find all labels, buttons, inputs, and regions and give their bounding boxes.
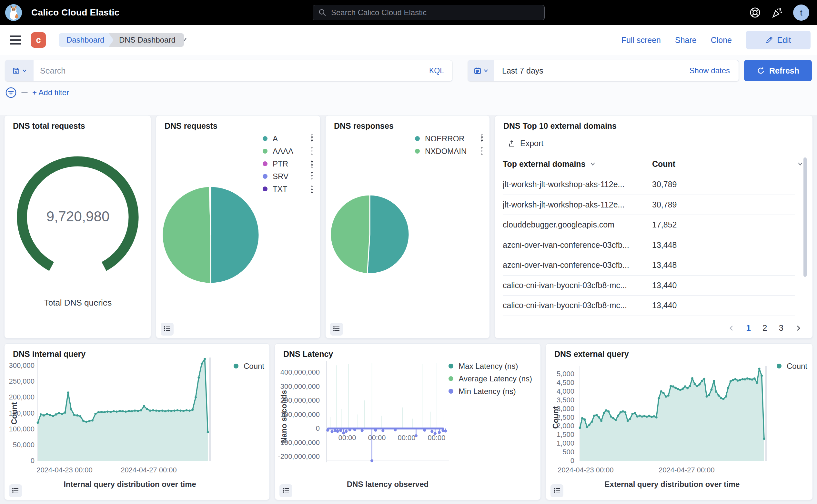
table-row[interactable]: jlt-worksh-jlt-workshop-aks-112e...30,78… xyxy=(503,175,795,195)
list-icon xyxy=(282,487,290,495)
user-avatar[interactable]: t xyxy=(793,5,809,21)
next-page-icon[interactable] xyxy=(795,325,802,331)
legend-item-txt[interactable]: TXT xyxy=(263,183,314,195)
help-icon[interactable] xyxy=(749,7,761,18)
add-filter-button[interactable]: + Add filter xyxy=(32,88,69,97)
legend-actions-kebab-icon[interactable] xyxy=(310,160,314,168)
legend-label: PTR xyxy=(273,159,304,168)
legend-actions-kebab-icon[interactable] xyxy=(310,135,314,143)
calico-cat-logo-icon xyxy=(5,4,22,21)
page-number-1[interactable]: 1 xyxy=(746,323,751,333)
y-axis-tick: -200,000,000 xyxy=(275,452,320,461)
menu-hamburger-icon[interactable] xyxy=(10,33,24,47)
chevron-down-icon xyxy=(484,68,488,73)
time-range-value[interactable]: Last 7 days xyxy=(494,66,690,76)
legend-label: AAAA xyxy=(273,147,304,156)
legend-item-noerror[interactable]: NOERROR xyxy=(415,132,484,145)
share-button[interactable]: Share xyxy=(675,35,697,45)
x-axis-title: DNS latency observed xyxy=(255,480,520,489)
count-cell: 13,440 xyxy=(652,301,795,310)
kql-language-button[interactable]: KQL xyxy=(421,66,452,75)
legend-label: Min Latency (ns) xyxy=(459,387,532,396)
page-number-2[interactable]: 2 xyxy=(762,323,767,333)
legend-item-min-latency-ns-[interactable]: Min Latency (ns) xyxy=(449,385,532,398)
legend-actions-kebab-icon[interactable] xyxy=(310,172,314,181)
chevron-down-icon xyxy=(590,161,595,166)
panel-dns-top-10-external-domains: DNS Top 10 external domains Export Top e… xyxy=(495,115,813,338)
column-header-count[interactable]: Count xyxy=(652,159,803,169)
legend-item-aaaa[interactable]: AAAA xyxy=(263,145,314,157)
legend-dot-icon xyxy=(234,364,238,368)
edit-button[interactable]: Edit xyxy=(746,31,811,49)
domain-cell: calico-cni-ivan-byocni-03cfb8-mc... xyxy=(503,301,652,310)
previous-page-icon[interactable] xyxy=(728,325,735,331)
domain-cell: jlt-worksh-jlt-workshop-aks-112e... xyxy=(503,200,652,209)
table-pagination: 123 xyxy=(728,323,802,333)
app-title: Calico Cloud Elastic xyxy=(31,0,119,25)
export-button[interactable]: Export xyxy=(508,139,543,148)
legend-dot-icon xyxy=(449,389,453,394)
panel-legend-toggle-button[interactable] xyxy=(9,484,22,497)
y-axis-tick: 4,500 xyxy=(546,378,574,387)
clone-button[interactable]: Clone xyxy=(711,35,732,45)
domain-cell: azcni-over-ivan-conference-03cfb... xyxy=(503,260,652,270)
panel-legend-toggle-button[interactable] xyxy=(161,323,174,336)
legend-dot-icon xyxy=(263,136,267,141)
column-header-domains[interactable]: Top external domains xyxy=(503,159,652,169)
legend-item-count[interactable]: Count xyxy=(777,360,807,372)
table-scrollbar[interactable] xyxy=(803,157,807,277)
list-icon xyxy=(12,487,19,495)
table-row[interactable]: azcni-over-ivan-conference-03cfb...13,44… xyxy=(503,235,795,256)
news-party-popper-icon[interactable] xyxy=(771,7,783,18)
legend-item-nxdomain[interactable]: NXDOMAIN xyxy=(415,145,484,157)
date-quick-menu-button[interactable] xyxy=(468,60,494,81)
legend-item-ptr[interactable]: PTR xyxy=(263,157,314,170)
table-row[interactable]: calico-cni-ivan-byocni-03cfb8-mc...13,44… xyxy=(503,276,795,296)
legend-actions-kebab-icon[interactable] xyxy=(480,135,484,143)
table-row[interactable]: azcni-over-ivan-conference-03cfb...13,44… xyxy=(503,255,795,276)
refresh-button[interactable]: Refresh xyxy=(744,60,812,81)
table-row[interactable]: clouddebugger.googleapis.com17,852 xyxy=(503,215,795,235)
global-search-input[interactable] xyxy=(330,8,525,17)
y-axis-tick: 500 xyxy=(546,448,574,456)
space-badge[interactable]: c xyxy=(31,32,46,48)
legend-dot-icon xyxy=(263,174,267,179)
panel-dns-total-requests: DNS total requests 9,720,980 Total DNS q… xyxy=(4,115,151,338)
y-axis-tick: 4,000 xyxy=(546,387,574,396)
legend-item-max-latency-ns-[interactable]: Max Latency (ns) xyxy=(449,360,532,372)
legend-actions-kebab-icon[interactable] xyxy=(310,185,314,193)
legend-actions-kebab-icon[interactable] xyxy=(310,147,314,156)
legend-item-count[interactable]: Count xyxy=(234,360,264,372)
panel-legend-toggle-button[interactable] xyxy=(279,484,292,497)
breadcrumb-dashboard[interactable]: Dashboard xyxy=(59,33,109,47)
panel-dns-latency: DNS Latency Nano seconds 400,000,000300,… xyxy=(275,343,541,500)
kql-search-input[interactable] xyxy=(34,66,421,76)
table-row[interactable]: jlt-worksh-jlt-workshop-aks-112e...30,78… xyxy=(503,195,795,215)
filter-icon[interactable] xyxy=(5,87,17,98)
breadcrumb-dns-dashboard[interactable]: DNS Dashboard xyxy=(109,33,184,47)
legend-item-average-latency-ns-[interactable]: Average Latency (ns) xyxy=(449,372,532,385)
panel-legend-toggle-button[interactable] xyxy=(330,323,343,336)
global-search[interactable] xyxy=(313,5,545,20)
legend-label: NOERROR xyxy=(425,134,474,143)
legend-item-srv[interactable]: SRV xyxy=(263,170,314,183)
legend-label: TXT xyxy=(273,185,304,194)
y-axis-tick: 200,000,000 xyxy=(275,396,320,405)
calico-logo[interactable] xyxy=(5,4,22,21)
page-number-3[interactable]: 3 xyxy=(779,323,783,333)
legend-label: SRV xyxy=(273,172,304,181)
filter-bar-divider xyxy=(21,92,28,93)
legend-label: Max Latency (ns) xyxy=(459,362,532,371)
full-screen-button[interactable]: Full screen xyxy=(621,35,661,45)
legend-item-a[interactable]: A xyxy=(263,132,314,145)
saved-query-menu-button[interactable] xyxy=(5,60,34,81)
export-label: Export xyxy=(520,139,543,148)
legend-actions-kebab-icon[interactable] xyxy=(480,147,484,156)
x-axis-tick: 2024-04-23 00:00 xyxy=(544,466,628,474)
panel-dns-responses: DNS responses NOERRORNXDOMAIN xyxy=(325,115,490,338)
show-dates-button[interactable]: Show dates xyxy=(690,66,739,75)
count-cell: 30,789 xyxy=(652,180,795,189)
panel-legend-toggle-button[interactable] xyxy=(550,484,563,497)
list-icon xyxy=(553,487,561,495)
table-row[interactable]: calico-cni-ivan-byocni-03cfb8-mc...13,44… xyxy=(503,296,795,316)
